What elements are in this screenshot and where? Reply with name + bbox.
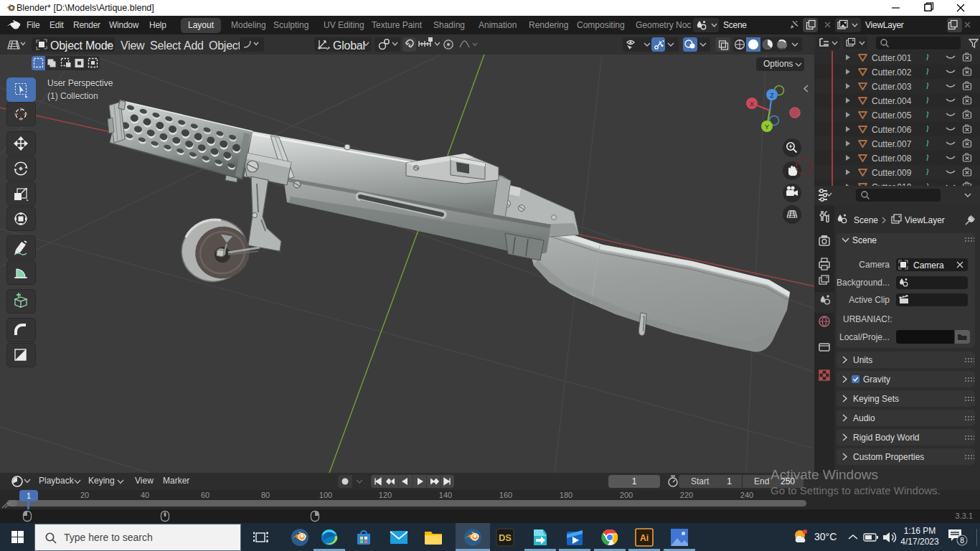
svg-text:Units: Units [853,355,872,365]
svg-text:Scene: Scene [854,215,878,225]
svg-text:Y: Y [765,123,769,131]
svg-text:Gravity: Gravity [863,375,890,385]
svg-text:Ai: Ai [640,533,649,543]
svg-text:Scene: Scene [852,235,877,245]
svg-text:Cutter.004: Cutter.004 [872,96,912,106]
svg-text:Cutter.006: Cutter.006 [872,125,912,135]
svg-text:Custom Properties: Custom Properties [853,452,924,462]
svg-text:Cutter.009: Cutter.009 [872,168,912,178]
svg-text:Cutter.008: Cutter.008 [872,154,912,164]
svg-text:Camera: Camera [913,260,944,270]
svg-text:DS: DS [499,532,512,543]
svg-text:Rigid Body World: Rigid Body World [853,433,919,443]
svg-text:Cutter.002: Cutter.002 [872,67,912,77]
svg-text:Cutter.005: Cutter.005 [872,110,912,121]
svg-text:X: X [750,100,754,108]
svg-text:Audio: Audio [853,413,875,423]
svg-text:Z: Z [770,92,774,99]
svg-text:8: 8 [960,537,964,545]
svg-text:ViewLayer: ViewLayer [905,215,945,225]
svg-text:Keying Sets: Keying Sets [853,394,899,404]
svg-text:Cutter.001: Cutter.001 [872,53,912,63]
svg-text:Cutter.007: Cutter.007 [872,139,912,149]
svg-text:Cutter.003: Cutter.003 [872,82,912,92]
